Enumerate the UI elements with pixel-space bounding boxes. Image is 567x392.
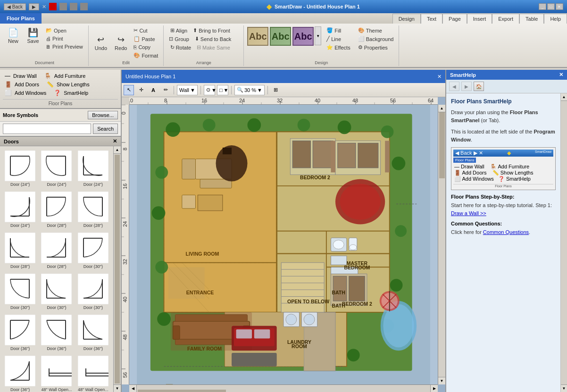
fp-tab[interactable]: Floor Plans [0,13,42,24]
door-item-1[interactable]: Door (24") [39,149,74,188]
redo-btn[interactable]: ↪ Redo [111,33,130,52]
hscroll-left-btn[interactable]: ◀ [129,385,137,392]
bring-front-btn[interactable]: ⬆Bring to Front [191,26,233,34]
door-item-3[interactable]: Door (24") [3,190,37,229]
draw-wall-btn[interactable]: — Draw Wall [3,72,39,80]
format-btn[interactable]: 🎨Format [131,51,160,59]
sh-scroll-down[interactable]: ▼ [561,384,567,392]
restore-btn[interactable]: □ [547,3,555,10]
door-item-8[interactable]: Door (30") [76,231,110,270]
vscroll-up-btn[interactable]: ▲ [438,105,445,112]
svg-point-155 [340,183,381,220]
shape-dropdown[interactable]: ⊙▼ [204,85,215,95]
tab-text[interactable]: Text [421,14,442,24]
sh-scrollbar[interactable]: ▲ ▼ [560,93,567,392]
print-btn[interactable]: 🖨Print [43,35,85,42]
fill-btn[interactable]: 🪣Fill [324,26,352,34]
background-btn[interactable]: ⬜Background [356,35,396,43]
door-item-0[interactable]: Door (24") [3,149,37,188]
add-windows-btn[interactable]: ⬜ Add Windows [3,89,48,97]
crosshair-tool[interactable]: ✛ [136,85,146,95]
tab-insert[interactable]: Insert [467,14,492,24]
smarthelp-fp-btn[interactable]: ❓ SmartHelp [52,89,90,97]
minimize-btn[interactable]: _ [539,3,546,10]
door-item-5[interactable]: Door (28") [76,190,110,229]
open-btn[interactable]: 📂Open [43,26,85,34]
canvas-vscroll[interactable]: ▲ ▼ [438,105,445,384]
align-btn[interactable]: ⊞Align [168,26,190,34]
search-input[interactable] [3,124,91,134]
doors-scroll-up[interactable]: ▲ [114,146,121,154]
make-same-btn[interactable]: ⊟Make Same [194,43,233,51]
tab-page[interactable]: Page [442,14,467,24]
abc-purple-btn[interactable]: Abc [292,27,314,46]
copy-btn[interactable]: ⎘Copy [131,43,160,51]
tab-table[interactable]: Table [519,14,544,24]
door-item-15[interactable]: Door (36") [3,354,37,392]
sh-questions-link[interactable]: Common Questions [483,229,529,235]
pen-tool[interactable]: ✏ [160,85,171,95]
tab-help[interactable]: Help [544,14,567,24]
add-doors-btn[interactable]: 🚪 Add Doors [3,80,41,89]
effects-btn[interactable]: ⭐Effects [324,43,352,51]
door-item-12[interactable]: Door (36") [3,313,37,352]
door-item-13[interactable]: Door (36") [39,313,74,352]
canvas-close-btn[interactable]: ✕ [437,74,442,80]
new-btn[interactable]: 📄 New [4,26,23,45]
add-furniture-btn[interactable]: 🪑 Add Furniture [42,72,88,80]
sh-step-link[interactable]: Draw a Wall >> [451,210,486,216]
text-tool[interactable]: A [148,85,158,95]
nav-forward-btn[interactable]: ▶ [29,3,39,10]
sh-forward-btn[interactable]: ▶ [461,82,472,91]
vscroll-down-btn[interactable]: ▼ [438,377,445,384]
door-item-11[interactable]: Door (30") [76,272,110,311]
group-btn[interactable]: ⊡Group [167,35,192,43]
sh-scroll-up[interactable]: ▲ [561,93,567,101]
shape2-dropdown[interactable]: □▼ [217,85,228,95]
design-label: Design [247,59,396,65]
cut-btn[interactable]: ✂Cut [131,26,160,34]
door-item-10[interactable]: Door (30") [39,272,74,311]
rotate-btn[interactable]: ↻Rotate [168,43,193,51]
door-item-2[interactable]: Door (24") [76,149,110,188]
show-lengths-btn[interactable]: 📏 Show Lengths [45,80,92,89]
sh-home-btn[interactable]: 🏠 [474,82,484,91]
wall-dropdown[interactable]: Wall ▼ [177,85,198,95]
doors-scroll-down[interactable]: ▼ [114,384,121,392]
doors-close-btn[interactable]: ✕ [113,138,117,144]
door-item-4[interactable]: Door (28") [39,190,74,229]
tab-design[interactable]: Design [392,14,421,24]
search-btn[interactable]: Search [93,124,118,134]
abc-tan-btn[interactable]: Abc [247,27,268,46]
send-back-btn[interactable]: ⬇Send to Back [192,35,233,43]
door-item-7[interactable]: Door (28") [39,231,74,270]
sh-back-btn[interactable]: ◀ [449,82,459,91]
paste-btn[interactable]: 📋Paste [131,35,160,43]
canvas-drawing-area[interactable]: LIVING ROOM ENTRANCE FAMILY ROOM MASTER … [129,105,438,384]
properties-btn[interactable]: ⚙Properties [356,43,396,51]
line-btn[interactable]: ╱Line [324,35,352,43]
print-preview-btn[interactable]: 🗎Print Preview [43,43,85,50]
tab-export[interactable]: Export [492,14,519,24]
canvas-hscroll[interactable]: ◀ ▶ [129,384,438,392]
sh-step-title: Floor Plans Step-by-Step: [451,194,556,200]
door-item-6[interactable]: Door (28") [3,231,37,270]
theme-btn[interactable]: 🎨Theme [356,26,396,34]
nav-back-btn[interactable]: ◀ Back [4,3,26,10]
door-item-17[interactable]: 48" Wall Open... [76,354,110,392]
abc-green-btn[interactable]: Abc [270,27,291,46]
door-item-16[interactable]: 48" Wall Open... [39,354,74,392]
door-item-9[interactable]: Door (30") [3,272,37,311]
fit-btn[interactable]: ⊞ [271,85,281,95]
undo-btn[interactable]: ↩ Undo [92,33,110,52]
sh-close-btn[interactable]: ✕ [559,72,563,78]
door-item-14[interactable]: Door (36") [76,313,110,352]
save-btn[interactable]: 💾 Save [24,26,42,45]
canvas-wrapper[interactable]: 0 8 16 24 32 40 [122,97,445,392]
abc-dropdown-btn[interactable]: ▼ [315,26,321,45]
close-btn[interactable]: ✕ [556,3,563,10]
browse-btn[interactable]: Browse... [88,111,118,119]
select-tool[interactable]: ↖ [124,85,134,95]
hscroll-right-btn[interactable]: ▶ [430,385,438,392]
zoom-dropdown[interactable]: 🔍 30 % ▼ [234,85,265,95]
